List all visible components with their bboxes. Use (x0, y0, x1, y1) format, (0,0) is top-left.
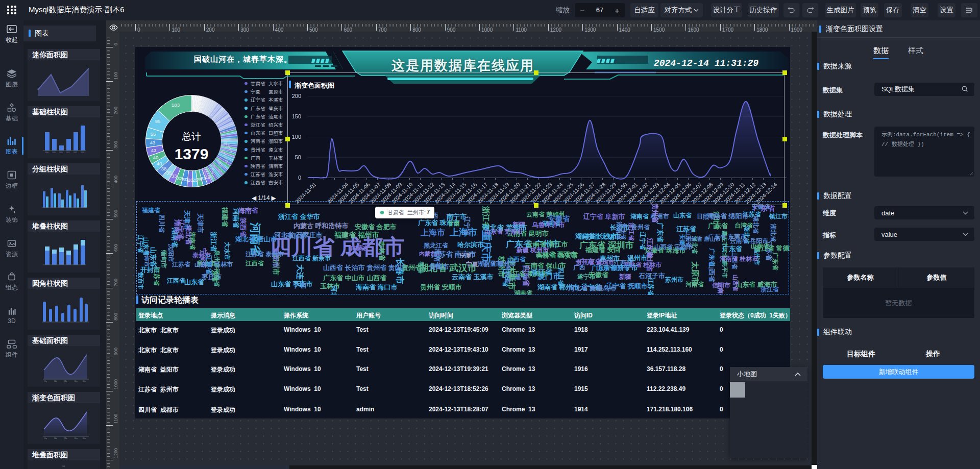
svg-text:2019: 2019 (52, 152, 56, 154)
svg-text:100: 100 (62, 465, 65, 467)
svg-text:02月: 02月 (83, 380, 86, 382)
svg-text:10月: 10月 (44, 437, 47, 439)
svg-text:01月: 01月 (75, 437, 78, 439)
svg-text:12月: 12月 (64, 380, 67, 382)
svg-text:2020: 2020 (59, 152, 63, 154)
svg-text:2019: 2019 (45, 152, 48, 154)
svg-text:2023: 2023 (81, 152, 84, 154)
svg-text:2022: 2022 (74, 152, 77, 154)
svg-text:01月: 01月 (75, 380, 78, 382)
svg-text:12月: 12月 (64, 437, 67, 439)
svg-text:11月: 11月 (54, 380, 57, 382)
svg-text:11月: 11月 (54, 437, 57, 439)
svg-text:02月: 02月 (83, 437, 86, 439)
svg-text:10月: 10月 (44, 380, 47, 382)
svg-text:2021: 2021 (66, 152, 70, 154)
